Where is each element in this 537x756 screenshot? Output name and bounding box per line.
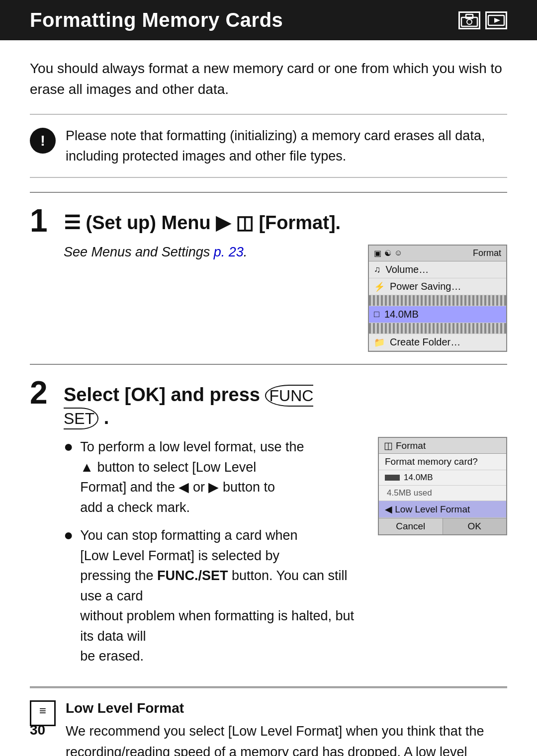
volume-label: Volume… [386, 264, 429, 275]
sm2-cancel-btn[interactable]: Cancel [379, 518, 443, 534]
step-1-body: See Menus and Settings p. 23. ▣ ☯ ☺ Form… [30, 245, 507, 352]
volume-icon: ♫ [374, 264, 381, 275]
bullet-item-2: ● You can stop formatting a card when [L… [64, 525, 363, 667]
note-box: Low Level Format We recommend you select… [30, 687, 507, 756]
play-icon [487, 13, 505, 27]
right-arrow: ▶ [208, 480, 219, 495]
step-1-section: 1 ☰ (Set up) Menu ▶ ◫ [Format]. See Menu… [30, 192, 507, 365]
bullet-text-2: You can stop formatting a card when [Low… [80, 525, 363, 667]
svg-marker-4 [494, 18, 500, 23]
svg-rect-1 [466, 14, 473, 18]
note-text: We recommend you select [Low Level Forma… [66, 721, 507, 756]
setup-menu-icon: ☰ [64, 212, 81, 233]
bullet-dot-1: ● [64, 437, 73, 456]
screen-header-label: Format [473, 248, 501, 258]
sd-icon: □ [374, 309, 379, 320]
step-2-body: ● To perform a low level format, use the… [30, 437, 507, 674]
warning-icon: ! [30, 128, 56, 154]
step-1-title: ☰ (Set up) Menu ▶ ◫ [Format]. [64, 205, 341, 235]
step-2-section: 2 Select [OK] and press FUNCSET . ● To p… [30, 365, 507, 687]
sm2-row-bar: 14.0MB [379, 470, 506, 486]
screen-row-create-folder: 📁 Create Folder… [369, 334, 506, 351]
page-container: Formatting Memory Cards You should alway… [0, 0, 537, 756]
warning-text: Please note that formatting (initializin… [66, 126, 507, 166]
bar-label: 14.0MB [404, 473, 433, 483]
camera-icon-box [458, 11, 480, 29]
warning-box: ! Please note that formatting (initializ… [30, 114, 507, 178]
sm2-header: ◫ Format [379, 438, 506, 454]
screen-row-striped-1 [369, 295, 506, 306]
screen-header-icons: ▣ ☯ ☺ [374, 249, 402, 258]
power-label: Power Saving… [390, 281, 461, 292]
bullet-text-1: To perform a low level format, use the ▲… [80, 437, 363, 517]
low-level-arrow: ◀ [385, 504, 395, 514]
step-2-left: ● To perform a low level format, use the… [64, 437, 363, 674]
bar-fill [385, 475, 400, 481]
bullet-item-1: ● To perform a low level format, use the… [64, 437, 363, 517]
step-2-number: 2 [30, 377, 55, 409]
step-2-screen: ◫ Format Format memory card? 14.0MB 4.5M… [378, 437, 507, 535]
folder-icon: 📁 [374, 337, 385, 348]
page-number: 30 [30, 722, 45, 738]
play-icon-box [485, 11, 507, 29]
camera-icon [460, 13, 478, 27]
step-1-title-main: (Set up) Menu ▶ [86, 212, 236, 233]
page-header: Formatting Memory Cards [0, 0, 537, 40]
header-icons [458, 11, 507, 29]
step-2-title: Select [OK] and press FUNCSET . [64, 377, 313, 429]
sm2-footer: Cancel OK [379, 518, 506, 534]
see-menus-text: See Menus and Settings p. 23. [64, 245, 353, 260]
format-size-label: 14.0MB [384, 309, 419, 320]
note-title: Low Level Format [66, 700, 507, 716]
sm2-format-icon: ◫ [384, 440, 393, 451]
screen-icon-person: ☺ [394, 249, 402, 258]
step-1-header: 1 ☰ (Set up) Menu ▶ ◫ [Format]. [30, 205, 507, 237]
step-1-number: 1 [30, 205, 55, 237]
intro-text: You should always format a new memory ca… [30, 58, 507, 100]
create-folder-label: Create Folder… [390, 336, 460, 348]
sm2-row-format-card: Format memory card? [379, 454, 506, 470]
sm2-row-low-level: ◀ Low Level Format [379, 501, 506, 518]
func-set-bold: FUNC./SET [157, 568, 228, 583]
screen-icon-setup: ☯ [384, 249, 391, 258]
step-2-title-text: Select [OK] and press [64, 384, 265, 405]
sm2-row-used: 4.5MB used [379, 486, 506, 501]
screen-row-volume: ♫ Volume… [369, 261, 506, 278]
bullet-dot-2: ● [64, 525, 73, 544]
see-menus-link: p. 23 [214, 245, 244, 259]
sm2-ok-btn[interactable]: OK [443, 518, 507, 534]
step-1-title-format: [Format]. [259, 212, 341, 233]
step-2-period: . [104, 407, 109, 428]
step-2-header: 2 Select [OK] and press FUNCSET . [30, 377, 507, 429]
format-icon: ◫ [236, 212, 254, 233]
screen-icon-camera: ▣ [374, 249, 381, 258]
screen-header: ▣ ☯ ☺ Format [369, 246, 506, 261]
screen-row-striped-2 [369, 323, 506, 334]
sm2-header-label: Format [396, 440, 426, 451]
step-1-see-menus: See Menus and Settings p. 23. [64, 245, 353, 260]
screen-row-format-size: □ 14.0MB [369, 306, 506, 323]
low-level-label: Low Level Format [395, 504, 470, 514]
step-1-screen: ▣ ☯ ☺ Format ♫ Volume… ⚡ Power Saving… □ [368, 245, 507, 352]
up-arrow-icon: ▲ [80, 460, 93, 475]
power-icon: ⚡ [374, 281, 385, 292]
svg-point-2 [467, 19, 472, 24]
page-title: Formatting Memory Cards [30, 9, 283, 31]
screen-row-power: ⚡ Power Saving… [369, 278, 506, 295]
note-content: Low Level Format We recommend you select… [66, 700, 507, 756]
left-arrow: ◀ [179, 480, 189, 495]
